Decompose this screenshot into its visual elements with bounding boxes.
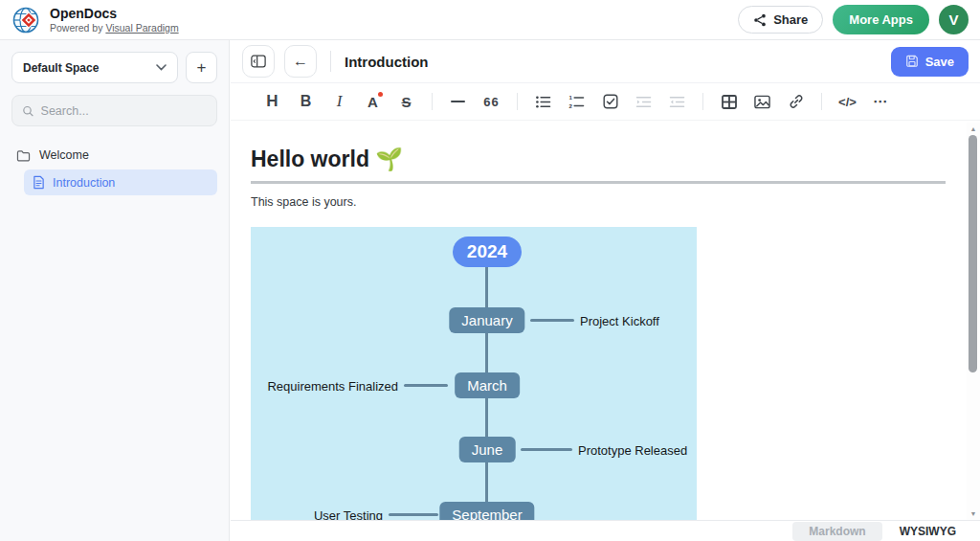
opendocs-logo-icon [11,5,42,35]
tab-wysiwyg[interactable]: WYSIWYG [887,522,969,541]
link-icon [789,94,804,109]
space-selector-value: Default Space [23,61,99,75]
visual-paradigm-link[interactable]: Visual Paradigm [105,22,178,34]
timeline-image[interactable]: 2024 January Project Kickoff March Requi… [251,227,697,520]
milestone-label: Prototype Released [578,443,687,458]
text-color-glyph: A [368,94,378,110]
save-button[interactable]: Save [891,47,969,77]
opendocs-app: OpenDocs Powered by Visual Paradigm Shar… [0,0,980,541]
table-icon [722,95,737,109]
bullet-list-icon [535,95,551,109]
milestone-label: User Testing [306,508,383,520]
toolbar-divider [432,93,433,110]
chevron-down-icon [156,64,167,71]
scroll-down-icon[interactable]: ▼ [967,510,980,517]
timeline-year: 2024 [453,237,522,267]
task-list-button[interactable] [593,88,627,115]
strikethrough-button[interactable]: S [390,88,423,115]
save-icon [905,55,919,68]
doc-heading: Hello world 🌱 [251,147,946,184]
share-label: Share [773,12,808,27]
space-row: Default Space + [11,52,217,83]
folder-label: Welcome [39,148,89,162]
back-arrow-icon: ← [293,53,308,70]
document-icon [33,175,45,190]
milestone-connector [404,384,448,387]
image-icon [754,95,770,109]
search-icon [22,104,34,118]
scrollbar-thumb[interactable] [969,135,977,372]
numbered-list-icon: 1 2 [568,95,585,109]
indent-button[interactable] [627,88,660,115]
formatting-toolbar: H B I A S 66 1 2 [231,83,980,121]
link-button[interactable] [779,88,813,115]
numbered-list-button[interactable]: 1 2 [560,88,593,115]
milestone-month: January [449,307,524,333]
sidebar-panel-icon [251,55,266,68]
toolbar-divider [702,93,703,110]
share-button[interactable]: Share [738,6,823,34]
horizontal-rule-button[interactable] [441,88,475,115]
powered-by: Powered by Visual Paradigm [50,22,179,34]
milestone-connector [521,448,572,451]
page-tree: Welcome Introduction [11,143,217,195]
more-apps-button[interactable]: More Apps [833,5,929,34]
milestone-label: Project Kickoff [580,314,659,328]
doc-header: ← Introduction Save [231,40,980,83]
heading-button[interactable]: H [256,88,289,115]
sidebar-item-welcome[interactable]: Welcome [11,143,217,168]
outdent-button[interactable] [660,88,694,115]
italic-button[interactable]: I [323,88,356,115]
color-dot-icon [378,92,383,97]
more-options-button[interactable]: ⋯ [864,88,898,115]
powered-by-prefix: Powered by [50,22,105,34]
toolbar-divider [821,93,822,110]
app-title: OpenDocs [50,6,179,21]
search-input[interactable] [41,104,207,118]
header-actions: Share More Apps V [738,5,969,34]
table-button[interactable] [712,88,746,115]
share-icon [753,13,767,27]
indent-icon [635,95,652,109]
text-color-button[interactable]: A [356,88,390,115]
code-button[interactable]: </> [831,88,864,115]
header-divider [330,51,331,72]
milestone-label: Requirements Finalized [262,379,398,394]
app-header: OpenDocs Powered by Visual Paradigm Shar… [0,0,980,40]
checkbox-icon [603,94,618,109]
back-button[interactable]: ← [284,45,317,78]
toggle-sidebar-button[interactable] [242,45,275,78]
milestone-month: June [459,437,516,462]
milestone-connector [389,513,438,516]
add-page-button[interactable]: + [186,52,217,83]
folder-icon [16,149,31,162]
blockquote-button[interactable]: 66 [475,88,508,115]
outdent-icon [669,95,685,109]
svg-text:2: 2 [569,101,573,108]
user-avatar[interactable]: V [939,5,969,34]
bullet-list-button[interactable] [526,88,560,115]
main-panel: ← Introduction Save H B I A S 66 [231,40,980,541]
page-label: Introduction [53,176,115,190]
horizontal-rule-icon [451,101,465,102]
bold-button[interactable]: B [289,88,323,115]
doc-paragraph: This space is yours. [251,195,967,209]
milestone-month: March [455,372,520,398]
image-button[interactable] [746,88,779,115]
editor-mode-bar: Markdown WYSIWYG [231,520,980,541]
milestone-month: September [439,502,534,520]
tab-markdown[interactable]: Markdown [792,522,881,541]
sidebar-item-introduction[interactable]: Introduction [24,169,217,195]
editor-content[interactable]: Hello world 🌱 This space is yours. 2024 … [231,122,967,520]
space-selector[interactable]: Default Space [11,52,178,83]
svg-text:1: 1 [569,95,573,101]
save-label: Save [925,55,954,69]
doc-title: Introduction [345,54,428,70]
sidebar: Default Space + Welcome [0,40,230,541]
scroll-up-icon[interactable]: ▲ [967,125,980,132]
vertical-scrollbar[interactable]: ▲ ▼ [967,123,980,520]
milestone-connector [530,319,574,322]
app-identity: OpenDocs Powered by Visual Paradigm [50,6,179,33]
search-box[interactable] [11,95,217,126]
toolbar-divider [517,93,518,110]
